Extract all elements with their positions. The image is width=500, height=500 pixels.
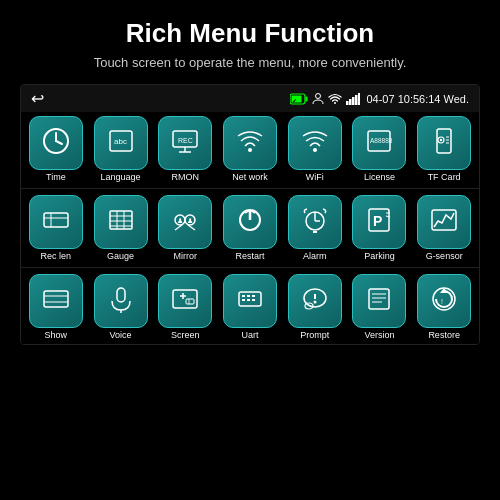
icon-box-version — [352, 274, 406, 328]
icon-label-mirror: Mirror — [174, 251, 198, 261]
menu-item-wifi[interactable]: WiFi — [284, 116, 346, 182]
menu-item-voice[interactable]: Voice — [90, 274, 152, 340]
icon-label-network: Net work — [232, 172, 268, 182]
svg-rect-69 — [252, 295, 255, 297]
svg-text:abc: abc — [114, 137, 127, 146]
show-icon — [41, 284, 71, 318]
icon-label-parking: Parking — [364, 251, 395, 261]
svg-rect-72 — [252, 299, 255, 301]
svg-text:✓: ✓ — [292, 98, 297, 104]
menu-item-screen[interactable]: Screen — [154, 274, 216, 340]
page-title: Rich Menu Function — [126, 18, 374, 49]
icon-label-clock: Time — [46, 172, 66, 182]
monitor-icon: REC — [170, 126, 200, 160]
icon-box-show — [29, 274, 83, 328]
row-divider — [21, 188, 480, 189]
wifi-status-icon — [328, 93, 342, 104]
restart-icon — [235, 205, 265, 239]
menu-item-tf-card[interactable]: TF Card — [413, 116, 475, 182]
icon-label-version: Version — [364, 330, 394, 340]
icon-label-screen: Screen — [171, 330, 200, 340]
icon-box-language: abc — [94, 116, 148, 170]
menu-item-language[interactable]: abc Language — [90, 116, 152, 182]
menu-item-net-work[interactable]: Net work — [219, 116, 281, 182]
menu-item-g-sensor[interactable]: G-sensor — [413, 195, 475, 261]
svg-text:♟: ♟ — [177, 217, 183, 224]
menu-item-rmon[interactable]: REC RMON — [154, 116, 216, 182]
menu-item-license[interactable]: A88888 License — [349, 116, 411, 182]
icon-box-sdcard — [417, 116, 471, 170]
svg-point-76 — [313, 301, 316, 304]
menu-item-restart[interactable]: Restart — [219, 195, 281, 261]
icon-box-gauge — [94, 195, 148, 249]
voice-icon — [106, 284, 136, 318]
menu-item-rec-len[interactable]: Rec len — [25, 195, 87, 261]
menu-item-version[interactable]: Version — [349, 274, 411, 340]
menu-item-alarm[interactable]: Alarm — [284, 195, 346, 261]
license-icon: A88888 — [364, 126, 394, 160]
icon-box-network — [223, 116, 277, 170]
svg-text:♟: ♟ — [187, 217, 193, 224]
icon-label-sdcard: TF Card — [428, 172, 461, 182]
svg-rect-56 — [44, 291, 68, 307]
icon-label-gauge: Gauge — [107, 251, 134, 261]
icon-label-gsensor: G-sensor — [426, 251, 463, 261]
icon-label-wifi: WiFi — [306, 172, 324, 182]
svg-rect-59 — [117, 288, 125, 302]
battery-icon: ✓ — [290, 93, 308, 105]
icon-box-restart — [223, 195, 277, 249]
network-icon — [235, 126, 265, 160]
menu-item-mirror[interactable]: ♟ ♟ Mirror — [154, 195, 216, 261]
menu-item-restore[interactable]: ! Restore — [413, 274, 475, 340]
grid-row-1: Rec len Gauge ♟ ♟ Mirror Restart Alarm — [21, 191, 479, 265]
svg-point-21 — [313, 148, 317, 152]
clock-icon — [41, 126, 71, 160]
prompt-icon — [300, 284, 330, 318]
svg-point-5 — [334, 102, 336, 104]
svg-rect-1 — [306, 96, 308, 101]
icon-label-restart: Restart — [235, 251, 264, 261]
menu-item-time[interactable]: Time — [25, 116, 87, 182]
icon-box-reclen — [29, 195, 83, 249]
svg-rect-67 — [242, 295, 245, 297]
svg-rect-6 — [346, 101, 349, 105]
screen-area: ↩ ✓ — [20, 84, 480, 345]
svg-line-13 — [56, 141, 62, 144]
icon-box-voice — [94, 274, 148, 328]
icon-label-alarm: Alarm — [303, 251, 327, 261]
svg-rect-7 — [349, 99, 352, 105]
parking-icon: P — [364, 205, 394, 239]
icon-box-license: A88888 — [352, 116, 406, 170]
icon-label-uart: Uart — [241, 330, 258, 340]
svg-rect-8 — [352, 97, 355, 105]
svg-rect-68 — [247, 295, 250, 297]
svg-rect-70 — [242, 299, 245, 301]
icon-label-monitor: RMON — [172, 172, 200, 182]
svg-rect-30 — [44, 213, 68, 227]
icon-label-language: Language — [101, 172, 141, 182]
menu-item-uart[interactable]: Uart — [219, 274, 281, 340]
svg-text:P: P — [373, 213, 382, 229]
menu-item-show[interactable]: Show — [25, 274, 87, 340]
signal-icon — [346, 93, 360, 105]
svg-line-42 — [188, 225, 195, 230]
menu-item-gauge[interactable]: Gauge — [90, 195, 152, 261]
menu-item-prompt[interactable]: Prompt — [284, 274, 346, 340]
status-right: ✓ — [290, 92, 469, 105]
menu-item-parking[interactable]: P Parking — [349, 195, 411, 261]
svg-point-20 — [248, 148, 252, 152]
grid-row-0: Time abc Language REC RMON Net work WiFi… — [21, 112, 479, 186]
icon-label-license: License — [364, 172, 395, 182]
screen-icon — [170, 284, 200, 318]
back-button[interactable]: ↩ — [31, 89, 44, 108]
svg-text:!: ! — [441, 298, 443, 305]
version-icon — [364, 284, 394, 318]
gauge-icon — [106, 205, 136, 239]
grid-row-2: Show Voice Screen Uart Prompt — [21, 270, 479, 344]
svg-rect-9 — [355, 95, 358, 105]
svg-rect-64 — [186, 299, 194, 304]
svg-point-26 — [440, 139, 442, 141]
icon-box-gsensor — [417, 195, 471, 249]
main-container: Rich Menu Function Touch screen to opera… — [0, 0, 500, 500]
language-icon: abc — [106, 126, 136, 160]
